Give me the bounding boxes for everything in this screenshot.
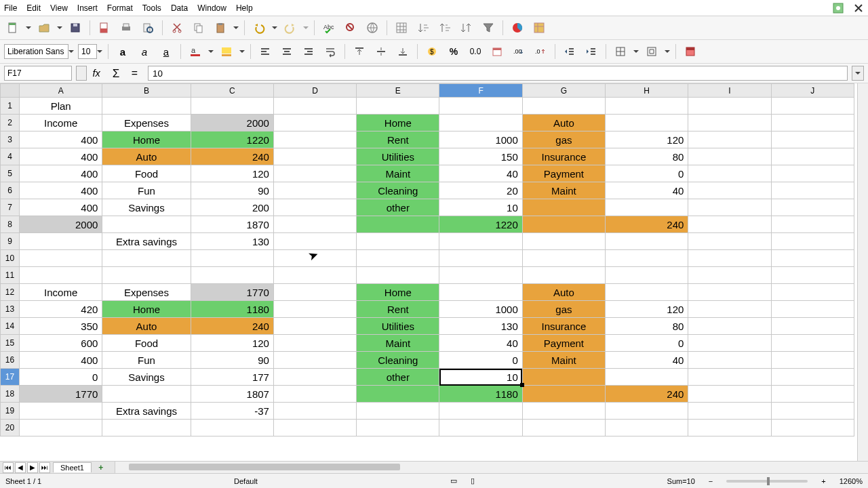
- cell-D10[interactable]: [273, 250, 356, 267]
- new-doc-dropdown[interactable]: [26, 19, 31, 37]
- cell-I12[interactable]: [688, 284, 771, 301]
- borders-dropdown[interactable]: [633, 43, 639, 60]
- pivot-button[interactable]: [530, 19, 548, 37]
- percent-button[interactable]: %: [445, 43, 462, 60]
- cell-A13[interactable]: 420: [20, 301, 102, 318]
- border-style-dropdown[interactable]: [665, 43, 670, 60]
- cell-B13[interactable]: Home: [102, 301, 191, 318]
- menu-data[interactable]: Data: [171, 3, 188, 13]
- cell-A11[interactable]: [20, 267, 102, 284]
- cell-B2[interactable]: Expenses: [102, 115, 191, 131]
- cell-C3[interactable]: 1220: [191, 131, 273, 148]
- cell-E20[interactable]: [357, 420, 439, 436]
- cell-E17[interactable]: other: [357, 369, 439, 386]
- cell-J13[interactable]: [771, 301, 854, 318]
- row-header[interactable]: 5: [1, 165, 20, 182]
- cell-A8[interactable]: 2000: [20, 216, 102, 233]
- cell-C11[interactable]: [191, 267, 273, 284]
- cell-E12[interactable]: Home: [357, 284, 439, 301]
- cell-C17[interactable]: 177: [191, 369, 273, 386]
- row-header[interactable]: 10: [1, 250, 20, 267]
- cell-G15[interactable]: Payment: [522, 335, 605, 352]
- cell-E5[interactable]: Maint: [357, 165, 439, 182]
- tab-next-button[interactable]: ▶: [27, 462, 38, 473]
- cell-H9[interactable]: [606, 233, 688, 250]
- cell-C4[interactable]: 240: [191, 148, 273, 165]
- cell-F10[interactable]: [439, 250, 522, 267]
- cell-F4[interactable]: 150: [439, 148, 522, 165]
- column-header-I[interactable]: I: [688, 84, 771, 98]
- cell-A20[interactable]: [20, 420, 102, 436]
- cell-D6[interactable]: [273, 182, 356, 199]
- cell-A6[interactable]: 400: [20, 182, 102, 199]
- cell-I14[interactable]: [688, 318, 771, 335]
- cell-H18[interactable]: 240: [606, 386, 688, 403]
- cell-D1[interactable]: [273, 98, 356, 115]
- cell-C15[interactable]: 120: [191, 335, 273, 352]
- cell-D9[interactable]: [273, 233, 356, 250]
- cell-I20[interactable]: [688, 420, 771, 436]
- cell-F1[interactable]: [439, 98, 522, 115]
- menu-edit[interactable]: Edit: [26, 3, 41, 13]
- cell-F2[interactable]: [439, 115, 522, 131]
- cell-A12[interactable]: Income: [20, 284, 102, 301]
- cell-A3[interactable]: 400: [20, 131, 102, 148]
- cell-J4[interactable]: [771, 148, 854, 165]
- cell-A18[interactable]: 1770: [20, 386, 102, 403]
- cell-F9[interactable]: [439, 233, 522, 250]
- row-header[interactable]: 1: [1, 98, 20, 115]
- align-right-button[interactable]: [300, 43, 317, 60]
- vertical-scrollbar[interactable]: [857, 83, 868, 461]
- print-button[interactable]: [117, 19, 135, 37]
- cell-B4[interactable]: Auto: [102, 148, 191, 165]
- cell-I8[interactable]: [688, 216, 771, 233]
- cell-B18[interactable]: [102, 386, 191, 403]
- cell-C2[interactable]: 2000: [191, 115, 273, 131]
- cell-B17[interactable]: Savings: [102, 369, 191, 386]
- cell-E7[interactable]: other: [357, 199, 439, 216]
- cell-D17[interactable]: [273, 369, 356, 386]
- zoom-out-button[interactable]: −: [709, 477, 713, 485]
- cell-G6[interactable]: Maint: [522, 182, 605, 199]
- cell-I9[interactable]: [688, 233, 771, 250]
- cell-E19[interactable]: [357, 403, 439, 420]
- undo-button[interactable]: [250, 19, 268, 37]
- cell-D8[interactable]: [273, 216, 356, 233]
- cell-C14[interactable]: 240: [191, 318, 273, 335]
- bold-button[interactable]: a: [114, 43, 132, 60]
- function-wizard-icon[interactable]: fx: [91, 66, 106, 81]
- cell-F5[interactable]: 40: [439, 165, 522, 182]
- cell-I11[interactable]: [688, 267, 771, 284]
- cell-E8[interactable]: [357, 216, 439, 233]
- column-header-A[interactable]: A: [20, 84, 102, 98]
- cell-E3[interactable]: Rent: [357, 131, 439, 148]
- cell-B5[interactable]: Food: [102, 165, 191, 182]
- spellcheck-button[interactable]: Abc: [320, 19, 338, 37]
- cell-F17[interactable]: 10: [439, 369, 522, 386]
- sort-button[interactable]: [458, 19, 475, 37]
- cell-B3[interactable]: Home: [102, 131, 191, 148]
- row-header[interactable]: 6: [1, 182, 20, 199]
- cell-B16[interactable]: Fun: [102, 352, 191, 369]
- cell-C9[interactable]: 130: [191, 233, 273, 250]
- cell-F16[interactable]: 0: [439, 352, 522, 369]
- cell-F18[interactable]: 1180: [439, 386, 522, 403]
- cell-F13[interactable]: 1000: [439, 301, 522, 318]
- row-header[interactable]: 12: [1, 284, 20, 301]
- cell-E15[interactable]: Maint: [357, 335, 439, 352]
- row-header[interactable]: 11: [1, 267, 20, 284]
- name-box[interactable]: [4, 66, 72, 81]
- cell-A9[interactable]: [20, 233, 102, 250]
- cell-J18[interactable]: [771, 386, 854, 403]
- cell-C6[interactable]: 90: [191, 182, 273, 199]
- open-button[interactable]: [35, 19, 53, 37]
- increase-indent-button[interactable]: [583, 43, 600, 60]
- cell-E10[interactable]: [357, 250, 439, 267]
- cell-B11[interactable]: [102, 267, 191, 284]
- cell-B7[interactable]: Savings: [102, 199, 191, 216]
- insert-rows-cols-button[interactable]: [393, 19, 410, 37]
- cell-G20[interactable]: [522, 420, 605, 436]
- cell-A15[interactable]: 600: [20, 335, 102, 352]
- cell-E6[interactable]: Cleaning: [357, 182, 439, 199]
- menu-view[interactable]: View: [50, 3, 68, 13]
